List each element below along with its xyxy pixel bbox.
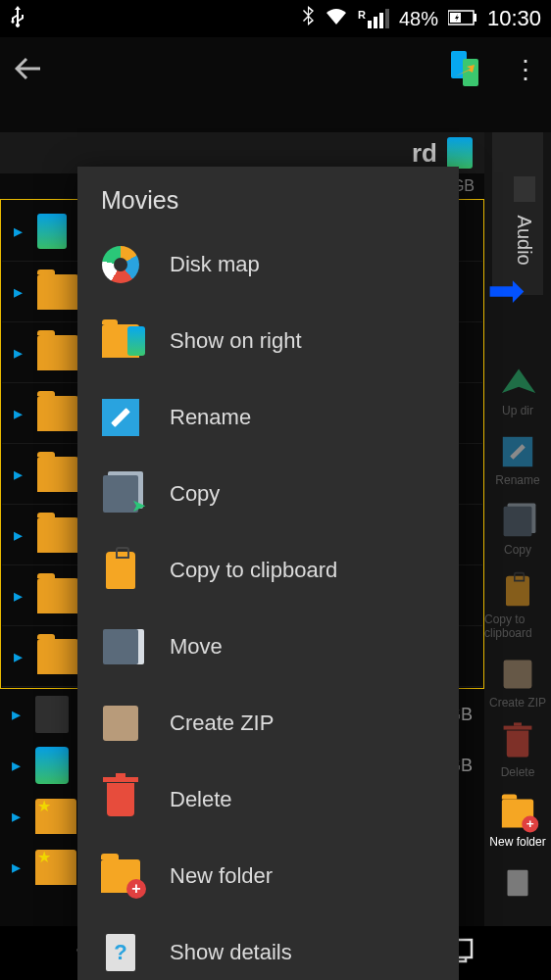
menu-title: Movies <box>77 186 459 226</box>
svg-rect-1 <box>474 14 476 22</box>
sidebar-new-folder[interactable]: New folder <box>484 787 551 857</box>
status-bar: R 48% 10:30 <box>0 0 551 37</box>
delete-icon <box>499 725 536 762</box>
clipboard-icon <box>499 572 536 610</box>
main-area: rd /11 GB ▸✓ ▸✓ ▸✓ ▸✓ ▸✓ ▸✓ ▸✓ ▸✓ ▸/58 G… <box>0 103 551 926</box>
sidebar-more[interactable] <box>484 857 551 909</box>
menu-copy-clipboard[interactable]: Copy to clipboard <box>77 532 459 609</box>
bluetooth-icon <box>301 6 315 32</box>
clipboard-icon <box>101 551 140 590</box>
disk-map-icon <box>101 245 140 284</box>
rename-icon <box>101 398 140 437</box>
wifi-icon <box>325 7 348 31</box>
svg-rect-4 <box>463 59 478 86</box>
menu-disk-map[interactable]: Disk map <box>77 226 459 303</box>
zip-icon <box>101 704 140 743</box>
panels-swap-icon[interactable] <box>445 47 488 94</box>
rename-icon <box>499 433 536 470</box>
menu-rename[interactable]: Rename <box>77 379 459 456</box>
up-dir-icon: ➤ <box>490 364 546 401</box>
time-text: 10:30 <box>487 6 541 31</box>
battery-text: 48% <box>399 8 438 30</box>
copy-icon <box>499 503 536 540</box>
zip-icon <box>499 656 536 693</box>
new-folder-icon <box>499 795 536 832</box>
copy-icon: ➤ <box>101 474 140 514</box>
toolbar: ⋮ <box>0 37 551 103</box>
signal-icon: R <box>358 9 389 28</box>
overflow-menu-icon[interactable]: ⋮ <box>513 55 536 85</box>
menu-zip[interactable]: Create ZIP <box>77 685 459 761</box>
menu-move[interactable]: Move <box>77 609 459 685</box>
sidebar-copy[interactable]: Copy <box>484 495 551 564</box>
sidebar-copy-clipboard[interactable]: Copy to clipboard <box>484 564 551 648</box>
usb-icon <box>10 6 25 32</box>
sidebar-delete[interactable]: Delete <box>484 717 551 787</box>
menu-delete[interactable]: Delete <box>77 761 459 838</box>
details-icon: ? <box>101 933 140 972</box>
delete-icon <box>101 780 140 819</box>
svg-rect-2 <box>450 13 461 23</box>
new-folder-icon <box>101 857 140 896</box>
battery-icon <box>448 8 477 30</box>
sidebar-up-dir[interactable]: ➤Up dir <box>484 356 551 425</box>
move-icon <box>101 627 140 666</box>
panel-arrow-icon: ➡ <box>487 264 526 317</box>
sidebar-zip[interactable]: Create ZIP <box>484 648 551 717</box>
right-sidebar: Audio ➡ ➤Up dir Rename Copy Copy to clip… <box>484 132 551 926</box>
back-icon[interactable] <box>15 55 42 86</box>
menu-show-details[interactable]: ?Show details <box>77 914 459 980</box>
menu-new-folder[interactable]: New folder <box>77 838 459 914</box>
menu-copy[interactable]: ➤Copy <box>77 456 459 532</box>
sidebar-rename[interactable]: Rename <box>484 425 551 495</box>
context-menu: Movies Disk map Show on right Rename ➤Co… <box>77 167 459 980</box>
show-right-icon <box>101 321 140 361</box>
menu-show-right[interactable]: Show on right <box>77 303 459 379</box>
doc-icon <box>499 864 536 902</box>
